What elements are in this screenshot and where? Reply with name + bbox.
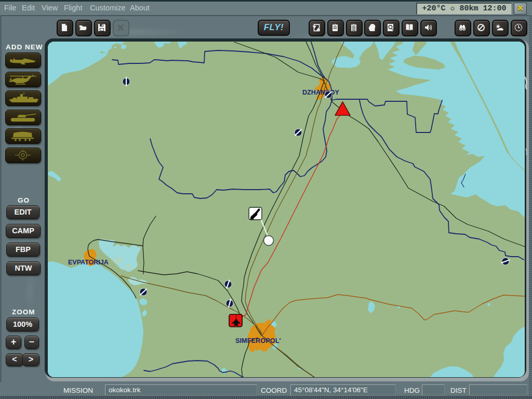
svg-text:DZHANKOY: DZHANKOY: [302, 89, 339, 96]
svg-text:EVPATORIJA: EVPATORIJA: [68, 259, 109, 266]
svg-text:SIMFEROPOL': SIMFEROPOL': [235, 337, 281, 344]
